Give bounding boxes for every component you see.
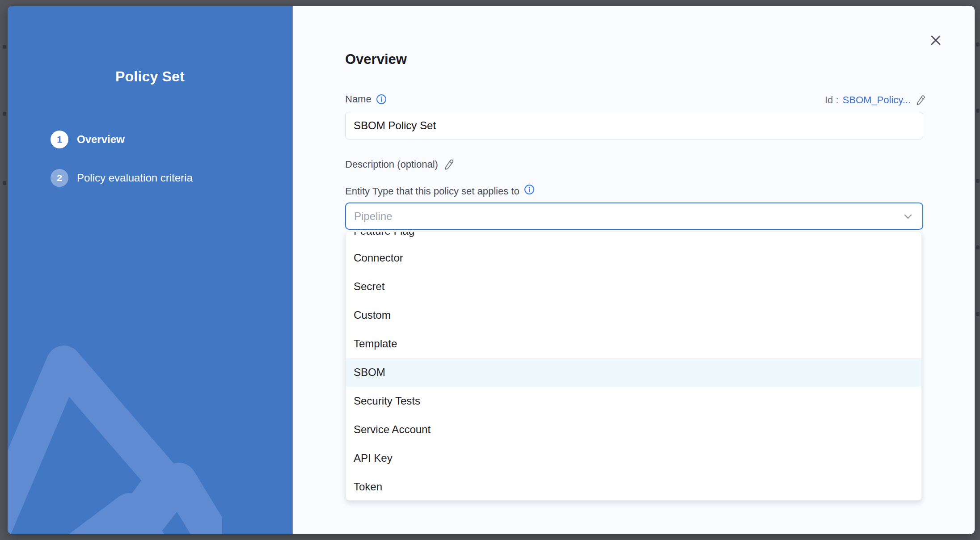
- dropdown-item-security-tests[interactable]: Security Tests: [346, 387, 921, 415]
- step-label: Policy evaluation criteria: [77, 172, 193, 184]
- screen: Policy Set 1 Overview 2 Policy evaluatio…: [0, 0, 980, 540]
- dropdown-item-service-account[interactable]: Service Account: [346, 415, 921, 444]
- info-icon[interactable]: [524, 184, 535, 195]
- entity-type-select[interactable]: Pipeline: [345, 202, 923, 230]
- entity-dropdown-list: ConnectorSecretCustomTemplateSBOMSecurit…: [346, 244, 921, 501]
- entity-type-dropdown: Feature Flag ConnectorSecretCustomTempla…: [346, 232, 922, 501]
- policy-set-modal: Policy Set 1 Overview 2 Policy evaluatio…: [8, 6, 975, 534]
- description-label: Description (optional): [345, 159, 438, 170]
- overlay-fragment: [976, 179, 980, 183]
- overlay-fragment: [3, 112, 6, 116]
- id-value-link[interactable]: SBOM_Policy...: [843, 94, 911, 106]
- page-title: Overview: [345, 51, 407, 68]
- edit-pencil-icon[interactable]: [443, 158, 455, 171]
- overlay-fragment: [976, 109, 980, 113]
- modal-content: Overview Name Id : SBOM_Policy...: [293, 6, 975, 534]
- harness-logo-watermark: [8, 346, 222, 534]
- dropdown-item-connector[interactable]: Connector: [346, 244, 921, 272]
- dropdown-item-secret[interactable]: Secret: [346, 272, 921, 301]
- overlay-fragment: [976, 312, 980, 316]
- sidebar-step-overview[interactable]: 1 Overview: [51, 131, 125, 148]
- close-icon[interactable]: [928, 33, 943, 48]
- select-placeholder: Pipeline: [354, 210, 902, 223]
- overlay-fragment: [3, 181, 6, 185]
- step-number-badge: 2: [51, 169, 68, 187]
- dropdown-item-sbom[interactable]: SBOM: [346, 358, 921, 387]
- name-input[interactable]: [345, 112, 923, 139]
- step-number-badge: 1: [51, 131, 68, 148]
- info-icon[interactable]: [376, 94, 387, 105]
- sidebar-step-policy-evaluation-criteria[interactable]: 2 Policy evaluation criteria: [51, 169, 193, 187]
- dropdown-item-template[interactable]: Template: [346, 329, 921, 358]
- dropdown-item-token[interactable]: Token: [346, 472, 921, 501]
- edit-pencil-icon[interactable]: [915, 94, 926, 106]
- modal-title: Policy Set: [8, 68, 292, 85]
- wizard-sidebar: Policy Set 1 Overview 2 Policy evaluatio…: [8, 6, 293, 534]
- dropdown-item-partial[interactable]: Feature Flag: [346, 232, 921, 244]
- overlay-fragment: [976, 245, 980, 249]
- overlay-fragment: [976, 42, 980, 46]
- entity-type-label: Entity Type that this policy set applies…: [345, 186, 520, 197]
- name-label: Name: [345, 93, 372, 105]
- dropdown-item-api-key[interactable]: API Key: [346, 444, 921, 472]
- step-label: Overview: [77, 133, 125, 146]
- overlay-fragment: [3, 45, 6, 49]
- dropdown-item-custom[interactable]: Custom: [346, 301, 921, 329]
- id-prefix: Id :: [825, 94, 839, 106]
- chevron-down-icon: [902, 210, 914, 223]
